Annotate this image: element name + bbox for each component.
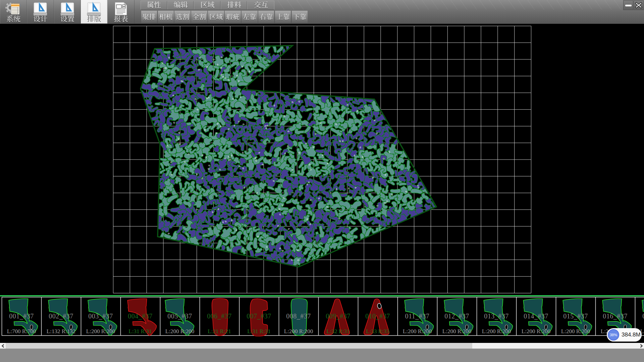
svg-text:015_#37: 015_#37 [563, 312, 588, 320]
svg-text:L:200 R:200: L:200 R:200 [284, 328, 313, 335]
svg-text:L:31 R:31: L:31 R:31 [247, 328, 270, 335]
svg-text:002_#37: 002_#37 [49, 312, 73, 320]
svg-text:L:21 R:21: L:21 R:21 [208, 328, 231, 335]
svg-text:005_#37: 005_#37 [167, 312, 192, 320]
svg-text:L:31 R:31: L:31 R:31 [128, 328, 152, 335]
svg-text:014_#37: 014_#37 [524, 312, 548, 320]
svg-text:008_#37: 008_#37 [286, 312, 311, 320]
svg-text:013_#37: 013_#37 [484, 312, 509, 320]
svg-text:L:200 R:200: L:200 R:200 [442, 328, 471, 335]
svg-text:L:200 R:200: L:200 R:200 [561, 328, 590, 335]
svg-text:L:200 R:200: L:200 R:200 [86, 328, 115, 335]
svg-text:L:700 R:700: L:700 R:700 [7, 328, 36, 335]
svg-text:011_#37: 011_#37 [405, 312, 430, 320]
svg-text:006_#37: 006_#37 [207, 312, 232, 320]
svg-text:009_#37: 009_#37 [326, 312, 351, 320]
svg-text:003_#37: 003_#37 [88, 312, 113, 320]
svg-text:001_#37: 001_#37 [9, 312, 34, 320]
svg-text:017_#37: 017_#37 [642, 312, 644, 320]
svg-text:016_#37: 016_#37 [603, 312, 628, 320]
svg-text:L:33 R:33: L:33 R:33 [366, 328, 389, 335]
svg-text:L:200 R:200: L:200 R:200 [522, 328, 550, 335]
svg-text:010_#37: 010_#37 [365, 312, 390, 320]
svg-text:007_#37: 007_#37 [247, 312, 271, 320]
svg-text:004_#37: 004_#37 [128, 312, 153, 320]
svg-text:L:200 R:200: L:200 R:200 [403, 328, 432, 335]
svg-text:L:200 R:200: L:200 R:200 [482, 328, 511, 335]
svg-text:L:32 R:31: L:32 R:31 [326, 328, 350, 335]
svg-text:012_#37: 012_#37 [444, 312, 469, 320]
svg-text:L:200 R:200: L:200 R:200 [165, 328, 194, 335]
svg-text:L:132 R:132: L:132 R:132 [47, 328, 75, 335]
